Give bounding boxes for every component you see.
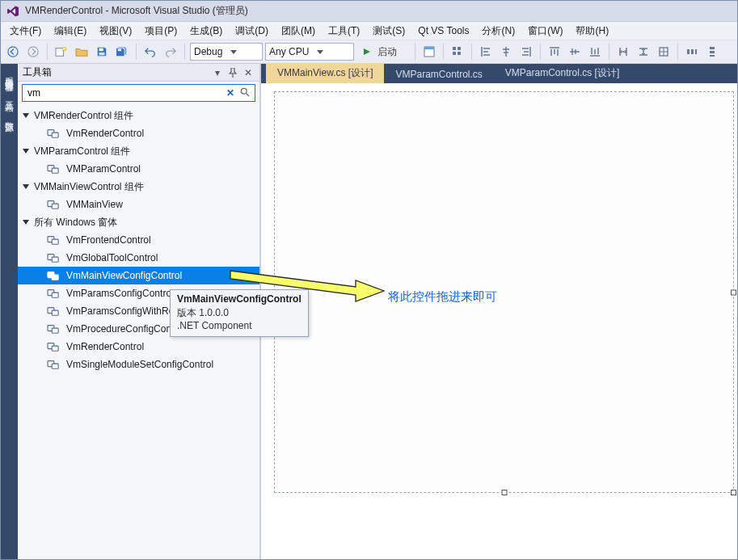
chevron-down-icon — [317, 50, 323, 54]
document-tab[interactable]: VMParamControl.cs [设计] — [494, 63, 630, 83]
chevron-down-icon — [230, 50, 237, 54]
open-button[interactable] — [73, 43, 91, 61]
svg-rect-9 — [453, 47, 456, 50]
toolbox-group-header[interactable]: VMParamControl 组件 — [18, 142, 259, 160]
toolbar: Debug Any CPU 启动 — [1, 40, 737, 64]
toolbox-group-header[interactable]: 所有 Windows 窗体 — [18, 213, 259, 231]
toolbox-item-label: VmSingleModuleSetConfigControl — [66, 359, 213, 370]
menu-build[interactable]: 生成(B) — [184, 23, 228, 40]
resize-handle-corner[interactable] — [731, 490, 736, 495]
component-icon — [47, 199, 60, 210]
menu-tools[interactable]: 工具(T) — [323, 23, 365, 40]
menu-file[interactable]: 文件(F) — [4, 23, 47, 40]
toolbox-item[interactable]: VmSingleModuleSetConfigControl — [18, 356, 259, 373]
save-all-button[interactable] — [113, 43, 131, 61]
svg-rect-36 — [52, 310, 58, 315]
toolbox-item-label: VmRenderControl — [66, 341, 144, 352]
menu-debug[interactable]: 调试(D) — [230, 23, 274, 40]
menu-analyze[interactable]: 分析(N) — [476, 23, 521, 40]
design-surface[interactable] — [274, 91, 734, 493]
document-tabs: VMMainView.cs [设计]VMParamControl.csVMPar… — [261, 64, 737, 83]
sidetab-server-explorer[interactable]: 服务器资源管理器 — [2, 64, 17, 83]
toolbox-item[interactable]: VmFrontendControl — [18, 231, 259, 249]
toolbar-sep — [184, 44, 185, 60]
svg-point-1 — [28, 47, 38, 57]
search-input[interactable] — [27, 87, 222, 99]
window-title: VMRenderControl - Microsoft Visual Studi… — [25, 4, 248, 18]
clear-search-button[interactable]: ✕ — [224, 87, 237, 99]
svg-rect-11 — [453, 52, 456, 55]
sidetab-toolbox[interactable]: 工具箱 — [2, 88, 17, 103]
expander-icon — [23, 113, 29, 118]
close-icon[interactable]: ✕ — [242, 66, 255, 79]
align-bottom-button[interactable] — [586, 43, 604, 61]
document-tab[interactable]: VMParamControl.cs — [384, 65, 493, 83]
same-width-button[interactable] — [614, 43, 632, 61]
resize-handle-bottom[interactable] — [501, 490, 507, 495]
toolbox-search[interactable]: ✕ — [22, 84, 255, 102]
start-label: 启动 — [374, 45, 400, 59]
toolbox-item-label: VmMainViewConfigControl — [66, 270, 182, 281]
toolbox-item[interactable]: VmRenderControl — [18, 124, 259, 142]
svg-rect-34 — [52, 293, 58, 297]
nav-fwd-button[interactable] — [24, 43, 42, 61]
tooltip-title: VmMainViewConfigControl — [177, 293, 302, 305]
align-middle-button[interactable] — [566, 43, 584, 61]
toolbar-sep — [677, 44, 678, 60]
toolbox-item[interactable]: VmGlobalToolControl — [18, 249, 259, 267]
menu-window[interactable]: 窗口(W) — [522, 23, 568, 40]
save-button[interactable] — [93, 43, 111, 61]
component-icon — [47, 252, 60, 263]
platform-combo[interactable]: Any CPU — [265, 43, 354, 61]
config-combo[interactable]: Debug — [190, 43, 263, 61]
platform-value: Any CPU — [269, 46, 309, 57]
vspace-equal-button[interactable] — [703, 43, 721, 61]
component-icon — [47, 270, 60, 281]
align-center-button[interactable] — [497, 43, 515, 61]
toolbox-tooltip: VmMainViewConfigControl 版本 1.0.0.0 .NET … — [170, 289, 309, 337]
group-label: VMMainViewControl 组件 — [34, 180, 144, 194]
panel-options-button[interactable]: ▾ — [211, 66, 224, 79]
menu-edit[interactable]: 编辑(E) — [48, 23, 92, 40]
new-project-button[interactable] — [53, 43, 70, 61]
same-size-button[interactable] — [655, 43, 673, 61]
nav-back-button[interactable] — [4, 43, 22, 61]
document-tab-label: VMMainView.cs [设计] — [277, 66, 373, 80]
component-icon — [47, 341, 60, 352]
menu-test[interactable]: 测试(S) — [367, 23, 411, 40]
svg-rect-40 — [52, 346, 58, 351]
expander-icon — [23, 184, 29, 189]
svg-rect-19 — [710, 55, 715, 57]
menu-help[interactable]: 帮助(H) — [570, 23, 614, 40]
same-height-button[interactable] — [635, 43, 652, 61]
menu-qt[interactable]: Qt VS Tools — [412, 23, 474, 38]
menu-project[interactable]: 项目(P) — [139, 23, 183, 40]
document-tab-label: VMParamControl.cs [设计] — [505, 66, 619, 80]
sidetab-data-sources[interactable]: 数据源 — [2, 108, 17, 124]
toolbox-group-header[interactable]: VMRenderControl 组件 — [18, 107, 259, 124]
menu-team[interactable]: 团队(M) — [276, 23, 321, 40]
menu-view[interactable]: 视图(V) — [94, 23, 137, 40]
expander-icon — [23, 220, 29, 225]
align-left-button[interactable] — [477, 43, 495, 61]
pin-icon[interactable] — [226, 66, 239, 79]
toolbox-item-label: VMParamControl — [66, 163, 141, 175]
align-right-button[interactable] — [517, 43, 535, 61]
component-icon — [47, 359, 60, 370]
document-tab[interactable]: VMMainView.cs [设计] — [266, 63, 384, 83]
redo-button[interactable] — [162, 43, 179, 61]
resize-handle-right[interactable] — [731, 289, 736, 295]
align-grid-button[interactable] — [449, 43, 466, 61]
toolbox-item-label: VmFrontendControl — [66, 234, 151, 246]
toolbox-item[interactable]: VMParamControl — [18, 160, 259, 178]
start-button[interactable]: 启动 — [356, 43, 410, 61]
undo-button[interactable] — [141, 43, 159, 61]
toolbox-item[interactable]: VmRenderControl — [18, 338, 259, 356]
toolbox-group-header[interactable]: VMMainViewControl 组件 — [18, 178, 259, 196]
hspace-equal-button[interactable] — [683, 43, 701, 61]
toolbox-item[interactable]: VMMainView — [18, 196, 259, 213]
toolbox-item[interactable]: VmMainViewConfigControl — [18, 267, 259, 284]
prop-window-button[interactable] — [420, 43, 438, 61]
align-top-button[interactable] — [546, 43, 563, 61]
component-icon — [47, 234, 60, 246]
